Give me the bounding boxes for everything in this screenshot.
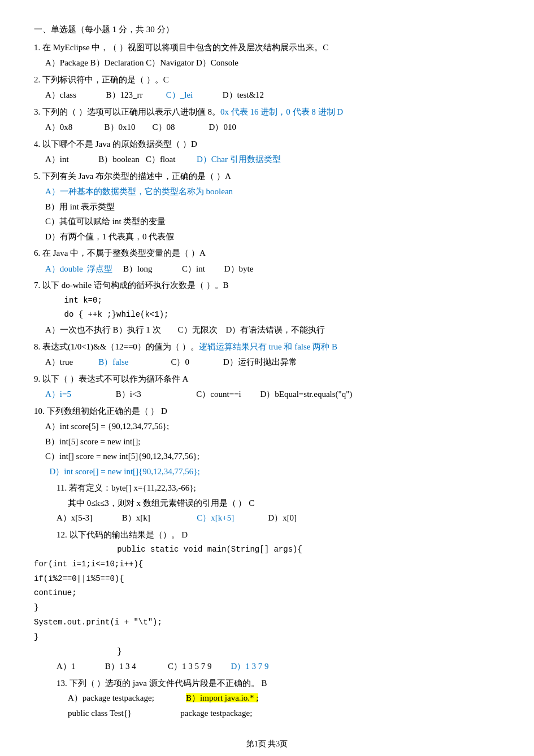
q12-opt-a: A）1 <box>57 662 75 671</box>
question-12: 12. 以下代码的输出结果是（）。 D public static void m… <box>34 528 500 674</box>
q12-code7: } <box>34 631 500 644</box>
q9-opt-c: C）count==i <box>196 390 241 399</box>
q7-code1: int k=0; <box>34 294 500 308</box>
q11-opt-a: A）x[5-3] <box>57 513 92 522</box>
q7-code2: do { ++k ;}while(k<1); <box>34 308 500 322</box>
q8-opt-d: D）运行时抛出异常 <box>223 357 297 366</box>
q10-text: 10. 下列数组初始化正确的是（ ） D <box>34 404 500 419</box>
q2-opt-b: B）123_rr <box>106 90 143 99</box>
question-13: 13. 下列（ ）选项的 java 源文件代码片段是不正确的。 B A）pack… <box>34 676 500 721</box>
section-title: 一、单选题（每小题 1 分，共 30 分） <box>34 23 500 37</box>
q9-text: 9. 以下（ ）表达式不可以作为循环条件 A <box>34 372 500 387</box>
q11-opt-d: D）x[0] <box>268 513 297 522</box>
q4-options: A）int B）boolean C）float D）Char 引用数据类型 <box>34 152 500 167</box>
q12-code2: for(int i=1;i<=10;i++){ <box>34 558 500 571</box>
question-9: 9. 以下（ ）表达式不可以作为循环条件 A A）i=5 B）i<3 C）cou… <box>34 372 500 402</box>
question-1: 1. 在 MyEclipse 中，（ ）视图可以将项目中包含的文件及层次结构展示… <box>34 41 500 71</box>
q1-text: 1. 在 MyEclipse 中，（ ）视图可以将项目中包含的文件及层次结构展示… <box>34 41 500 55</box>
q13-opt-cd: public class Test{} package testpackage; <box>68 706 500 721</box>
question-7: 7. 以下 do-while 语句构成的循环执行次数是（ ）。B int k=0… <box>34 278 500 338</box>
page-content: 一、单选题（每小题 1 分，共 30 分） 1. 在 MyEclipse 中，（… <box>34 23 500 751</box>
q3-options: A）0x8 B）0x10 C）08 D）010 <box>34 120 500 135</box>
q2-opt-c: C）_lei <box>166 90 193 99</box>
q9-opt-d: D）bEqual=str.equals("q") <box>261 390 353 399</box>
question-11: 11. 若有定义：byte[] x={11,22,33,-66}; 其中 0≤k… <box>34 481 500 526</box>
q4-text: 4. 以下哪个不是 Java 的原始数据类型（ ）D <box>34 137 500 152</box>
q12-opt-c: C）1 3 5 7 9 <box>168 662 212 671</box>
q2-opt-d: D）test&12 <box>223 90 264 99</box>
page-footer: 第1页 共3页 <box>34 737 500 751</box>
q5-opt-c: C）其值可以赋给 int 类型的变量 <box>45 215 500 229</box>
q13-options: A）package testpackage; B）import java.io.… <box>34 691 500 720</box>
q9-opt-b: B）i<3 <box>116 390 141 399</box>
q13-text: 13. 下列（ ）选项的 java 源文件代码片段是不正确的。 B <box>34 676 500 691</box>
q10-opt-d: D）int score[] = new int[]{90,12,34,77,56… <box>45 465 500 479</box>
q8-options: A）true B）false C）0 D）运行时抛出异常 <box>34 355 500 370</box>
question-3: 3. 下列的（ ）选项可以正确用以表示八进制值 8。0x 代表 16 进制，0 … <box>34 105 500 135</box>
q8-opt-a: A）true <box>45 357 73 366</box>
q12-opt-b: B）1 3 4 <box>105 662 136 671</box>
q7-text: 7. 以下 do-while 语句构成的循环执行次数是（ ）。B <box>34 278 500 293</box>
question-2: 2. 下列标识符中，正确的是（ ）。C A）class B）123_rr C）_… <box>34 73 500 103</box>
q5-text: 5. 下列有关 Java 布尔类型的描述中，正确的是（ ）A <box>34 169 500 184</box>
question-6: 6. 在 Java 中，不属于整数类型变量的是（ ）A A）double 浮点型… <box>34 246 500 276</box>
q11-options: A）x[5-3] B）x[k] C）x[k+5] D）x[0] <box>34 511 500 526</box>
question-10: 10. 下列数组初始化正确的是（ ） D A）int score[5] = {9… <box>34 404 500 479</box>
q8-opt-b: B）false <box>98 357 128 366</box>
question-4: 4. 以下哪个不是 Java 的原始数据类型（ ）D A）int B）boole… <box>34 137 500 167</box>
q12-code3: if(i%2==0||i%5==0){ <box>34 573 500 586</box>
q9-options: A）i=5 B）i<3 C）count==i D）bEqual=str.equa… <box>34 387 500 402</box>
q5-opt-b: B）用 int 表示类型 <box>45 200 500 215</box>
q12-text: 12. 以下代码的输出结果是（）。 D <box>34 528 500 543</box>
q12-code1: public static void main(String[] args){ <box>34 543 500 557</box>
q8-opt-c: C）0 <box>171 357 189 366</box>
q13-opt-a: A）package testpackage; B）import java.io.… <box>68 691 500 706</box>
q11-text: 其中 0≤k≤3，则对 x 数组元素错误的引用是（ ） C <box>34 496 500 511</box>
question-5: 5. 下列有关 Java 布尔类型的描述中，正确的是（ ）A A）一种基本的数据… <box>34 169 500 244</box>
q12-code6: System.out.print(i + "\t"); <box>34 616 500 630</box>
q12-code4: continue; <box>34 587 500 600</box>
q5-options: A）一种基本的数据类型，它的类型名称为 boolean B）用 int 表示类型… <box>34 185 500 244</box>
q11-opt-b: B）x[k] <box>122 513 150 522</box>
q12-code5: } <box>34 601 500 615</box>
q2-opt-a: A）class <box>45 90 76 99</box>
q2-text: 2. 下列标识符中，正确的是（ ）。C <box>34 73 500 88</box>
q5-opt-d: D）有两个值，1 代表真，0 代表假 <box>45 230 500 244</box>
q12-opt-d: D）1 3 7 9 <box>231 662 268 671</box>
q3-text: 3. 下列的（ ）选项可以正确用以表示八进制值 8。0x 代表 16 进制，0 … <box>34 105 500 120</box>
q11-opt-c: C）x[k+5] <box>197 513 234 522</box>
q10-opt-c: C）int[] score = new int[5]{90,12,34,77,5… <box>45 449 500 464</box>
q5-opt-a: A）一种基本的数据类型，它的类型名称为 boolean <box>45 185 500 199</box>
section-title-text: 一、单选题（每小题 1 分，共 30 分） <box>34 25 174 34</box>
q10-opt-b: B）int[5] score = new int[]; <box>45 435 500 449</box>
q10-opt-a: A）int score[5] = {90,12,34,77,56}; <box>45 419 500 434</box>
q1-options: A）Package B）Declaration C）Navigator D）Co… <box>34 56 500 71</box>
page-number: 第1页 共3页 <box>246 740 288 748</box>
question-8: 8. 表达式(1/0<1)&&（12==0）的值为（ ）。逻辑运算结果只有 tr… <box>34 340 500 370</box>
q2-options: A）class B）123_rr C）_lei D）test&12 <box>34 88 500 103</box>
q6-options: A）double 浮点型 B）long C）int D）byte <box>34 262 500 277</box>
q9-opt-a: A）i=5 <box>45 390 71 399</box>
q12-options: A）1 B）1 3 4 C）1 3 5 7 9 D）1 3 7 9 <box>34 659 500 674</box>
q6-text: 6. 在 Java 中，不属于整数类型变量的是（ ）A <box>34 246 500 261</box>
q11-intro: 11. 若有定义：byte[] x={11,22,33,-66}; <box>34 481 500 496</box>
q12-code8: } <box>34 645 500 659</box>
q7-options: A）一次也不执行 B）执行 1 次 C）无限次 D）有语法错误，不能执行 <box>34 323 500 338</box>
q8-text: 8. 表达式(1/0<1)&&（12==0）的值为（ ）。逻辑运算结果只有 tr… <box>34 340 500 355</box>
q10-options: A）int score[5] = {90,12,34,77,56}; B）int… <box>34 419 500 479</box>
